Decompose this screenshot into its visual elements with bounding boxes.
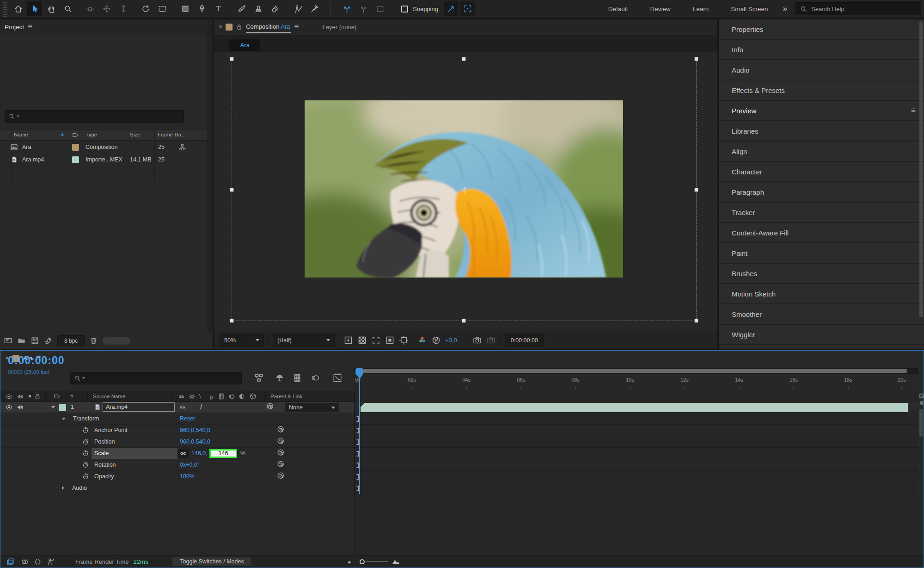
property-row-anchor-point[interactable]: Anchor Point 960,0,540,0 — [0, 425, 354, 436]
zoom-in-mountain-icon[interactable] — [392, 557, 400, 566]
transfer-controls-icon[interactable] — [20, 557, 29, 566]
parent-dropdown[interactable]: None — [285, 403, 339, 412]
selection-handle[interactable] — [694, 319, 698, 323]
tab-layer[interactable]: Layer (none) — [323, 24, 357, 31]
panel-item-paint[interactable]: Paint — [719, 243, 924, 263]
zoom-out-mountain-icon[interactable] — [346, 558, 354, 566]
interpret-footage-icon[interactable] — [4, 336, 12, 345]
mask-visibility-icon[interactable] — [385, 335, 395, 345]
layer-source-name[interactable]: Ara.mp4 — [103, 402, 175, 412]
label-tag-icon[interactable] — [53, 393, 61, 400]
col-source-name[interactable]: Source Name — [93, 394, 125, 399]
panel-item-brushes[interactable]: Brushes — [719, 264, 924, 283]
col-size[interactable]: Size — [130, 132, 140, 137]
stopwatch-icon[interactable] — [82, 450, 89, 457]
home-button[interactable] — [11, 1, 25, 16]
timeline-search-input[interactable] — [70, 372, 242, 384]
collapse-transformations-icon[interactable] — [188, 393, 196, 401]
in-out-panes-icon[interactable] — [33, 557, 42, 566]
sort-asc-icon[interactable]: ▲ — [60, 131, 65, 136]
panel-item-libraries[interactable]: Libraries — [719, 121, 924, 141]
layer-row-1[interactable]: 1 Ara.mp4 / None — [0, 402, 354, 413]
camera-tool[interactable] — [155, 1, 170, 16]
property-row-position[interactable]: Position 960,0,540,0 — [0, 436, 354, 448]
panel-item-mask-interpolation[interactable]: Mask Interpolation — [719, 345, 924, 349]
panel-item-properties[interactable]: Properties — [719, 19, 924, 39]
scale-x-value[interactable]: 146,0, — [191, 450, 208, 457]
workspace-tab-default[interactable]: Default — [598, 6, 638, 12]
brush-tool[interactable] — [234, 1, 249, 16]
property-value[interactable]: 960,0,540,0 — [180, 427, 210, 433]
timeline-mini-toggle-icon[interactable] — [919, 401, 924, 406]
timeline-horizontal-scrollbar[interactable] — [354, 368, 918, 374]
choose-grid-guides-icon[interactable] — [399, 335, 409, 345]
toolbar-grip[interactable] — [3, 1, 7, 17]
selection-handle[interactable] — [462, 319, 466, 323]
world-axis-mode-button[interactable] — [356, 1, 371, 16]
new-folder-icon[interactable] — [17, 336, 26, 345]
panel-item-smoother[interactable]: Smoother — [719, 304, 924, 324]
twirl-open-icon[interactable] — [62, 418, 66, 420]
composition-mini-flowchart-icon[interactable] — [254, 373, 264, 383]
resolution-dropdown[interactable]: (Half) — [273, 334, 335, 346]
clone-stamp-tool[interactable] — [251, 1, 266, 16]
panel-item-character[interactable]: Character — [719, 162, 924, 181]
draft-3d-icon[interactable] — [275, 373, 285, 383]
timeline-zoom-slider-track[interactable] — [366, 561, 388, 562]
panel-item-content-aware-fill[interactable]: Content-Aware Fill — [719, 223, 924, 242]
exposure-icon[interactable] — [431, 335, 441, 345]
stopwatch-icon[interactable] — [82, 438, 89, 445]
col-layer-number[interactable]: # — [70, 394, 73, 399]
show-snapshot-icon[interactable] — [486, 335, 496, 345]
composition-viewport[interactable] — [214, 52, 717, 331]
trash-icon[interactable] — [89, 336, 98, 345]
panel-item-motion-sketch[interactable]: Motion Sketch — [719, 284, 924, 303]
group-row-audio[interactable]: Audio — [0, 482, 354, 494]
snapping-checkbox[interactable] — [401, 6, 408, 12]
pan-camera-tool[interactable] — [99, 1, 114, 16]
project-row-composition[interactable]: Ara Composition 25 — [0, 141, 207, 154]
unlock-icon[interactable] — [236, 24, 243, 31]
pick-whip-icon[interactable] — [267, 403, 275, 411]
workspace-tab-small-screen[interactable]: Small Screen — [721, 6, 778, 12]
constrain-proportions-link[interactable] — [177, 449, 189, 458]
label-tag-icon[interactable] — [72, 131, 79, 139]
timeline-vertical-scrollbar[interactable] — [919, 409, 923, 437]
pick-whip-icon[interactable] — [277, 461, 286, 469]
property-row-rotation[interactable]: Rotation 0x+0,0° — [0, 459, 354, 471]
time-ruler[interactable]: 0s 02s 04s 06s 08s 10s 12s 14s 16s 18s 2… — [354, 374, 918, 391]
current-time-display[interactable]: 0:00:00:00 — [8, 354, 65, 367]
viewer-subtab-ara[interactable]: Ara — [229, 39, 260, 51]
graph-editor-icon[interactable] — [332, 373, 343, 383]
rectangle-tool[interactable] — [178, 1, 193, 16]
reset-link[interactable]: Reset — [180, 415, 195, 422]
fx-icon[interactable] — [208, 393, 216, 401]
close-icon[interactable]: × — [219, 23, 222, 31]
frame-blending-icon[interactable] — [292, 373, 302, 383]
magnification-dropdown[interactable]: 50% — [220, 334, 264, 346]
transparency-grid-icon[interactable] — [357, 335, 367, 345]
shy-icon[interactable] — [177, 393, 185, 401]
timeline-track-area[interactable] — [354, 391, 918, 556]
shy-icon[interactable] — [178, 403, 186, 411]
motion-blur-icon[interactable] — [227, 393, 235, 401]
type-tool[interactable] — [211, 1, 226, 16]
panel-menu-icon[interactable]: ≡ — [911, 106, 916, 115]
col-type[interactable]: Type — [86, 132, 97, 137]
eye-icon[interactable] — [5, 393, 13, 401]
dolly-camera-tool[interactable] — [116, 1, 131, 16]
take-snapshot-icon[interactable] — [472, 335, 482, 345]
new-composition-icon[interactable] — [31, 336, 39, 345]
property-value[interactable]: 960,0,540,0 — [180, 438, 210, 445]
lock-icon[interactable] — [34, 393, 41, 400]
stopwatch-icon[interactable] — [82, 461, 89, 469]
region-of-interest-icon[interactable] — [371, 335, 381, 345]
selection-handle[interactable] — [462, 57, 466, 61]
col-name[interactable]: Name — [14, 132, 28, 137]
panel-menu-icon[interactable]: ≡ — [28, 22, 32, 31]
bit-depth-button[interactable]: 8 bpc — [57, 335, 85, 346]
expand-layers-icon[interactable] — [6, 557, 15, 566]
render-engine-icon[interactable] — [44, 336, 53, 345]
project-scroll-gutter[interactable] — [207, 19, 213, 349]
toggle-switches-modes-button[interactable]: Toggle Switches / Modes — [172, 557, 251, 567]
